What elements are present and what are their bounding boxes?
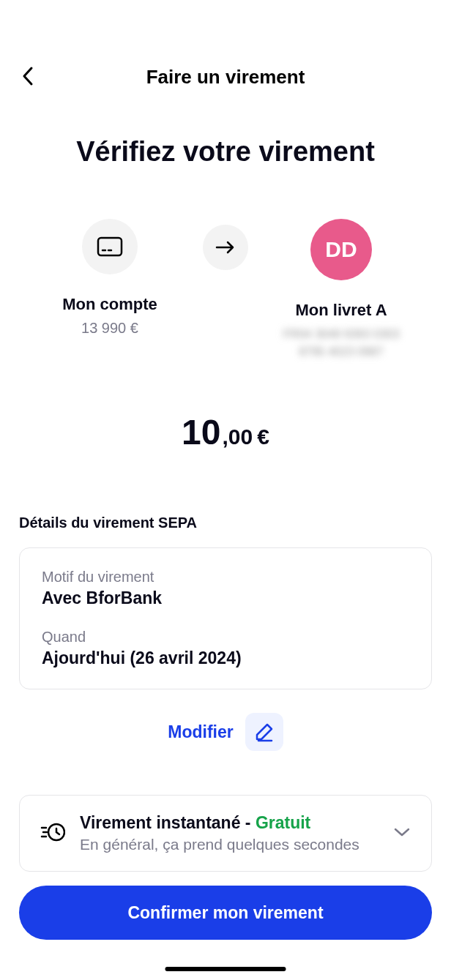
amount-currency: € [257,424,269,449]
details-card: Motif du virement Avec BforBank Quand Aj… [19,547,432,689]
header: Faire un virement [0,51,451,103]
home-indicator[interactable] [165,967,286,971]
chevron-wrapper [393,827,411,840]
card-icon [97,236,123,257]
amount-display: 10 ,00 € [0,412,451,452]
edit-button[interactable] [245,713,283,751]
to-account-name: Mon livret A [295,301,387,320]
from-account-balance: 13 990 € [81,320,138,337]
detail-motif-label: Motif du virement [42,569,409,586]
chevron-down-icon [393,827,411,837]
detail-motif-value: Avec BforBank [42,588,409,608]
transfer-arrow [203,225,248,270]
detail-when-row: Quand Ajourd'hui (26 avril 2024) [42,629,409,668]
instant-title: Virement instantané - Gratuit [80,813,379,833]
to-account-block: DD Mon livret A FR04 3049 9393 0303 8795… [268,219,414,361]
from-account-avatar [82,219,138,274]
to-account-iban-masked: FR04 3049 9393 0303 8795 4023 0987 [283,326,399,361]
details-section-label: Détails du virement SEPA [0,515,451,531]
instant-subtitle: En général, ça prend quelques secondes [80,836,379,853]
transfer-flow: Mon compte 13 990 € DD Mon livret A FR04… [0,219,451,361]
from-account-name: Mon compte [62,295,157,314]
detail-motif-row: Motif du virement Avec BforBank [42,569,409,608]
detail-when-label: Quand [42,629,409,646]
instant-text-block: Virement instantané - Gratuit En général… [80,813,379,853]
edit-icon [254,722,275,742]
amount-whole: 10 [182,412,220,452]
chevron-left-icon [22,66,34,86]
clock-fast-icon [40,821,65,843]
modify-row: Modifier [0,713,451,751]
arrow-right-icon [215,240,236,255]
detail-when-value: Ajourd'hui (26 avril 2024) [42,648,409,668]
page-title: Vérifiez votre virement [0,136,451,168]
back-button[interactable] [22,66,34,89]
instant-transfer-card[interactable]: Virement instantané - Gratuit En général… [19,795,432,872]
instant-icon-wrapper [40,821,65,846]
from-account-block: Mon compte 13 990 € [37,219,183,337]
svg-rect-0 [98,238,122,255]
modify-link[interactable]: Modifier [168,722,233,742]
header-title: Faire un virement [18,66,433,89]
amount-decimal: ,00 [222,424,253,449]
to-account-avatar: DD [310,219,372,280]
confirm-button[interactable]: Confirmer mon virement [19,886,432,940]
